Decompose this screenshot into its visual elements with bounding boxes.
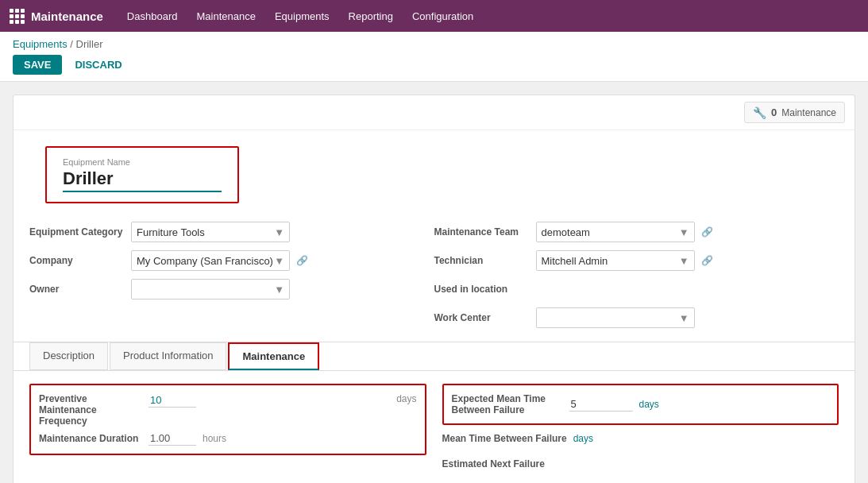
estimated-next-failure-row: Estimated Next Failure: [442, 458, 839, 469]
field-label-owner: Owner: [29, 284, 125, 295]
maintenance-grid: PreventiveMaintenanceFrequency days Main…: [29, 384, 839, 483]
breadcrumb: Equipments / Driller: [13, 38, 855, 50]
field-value-company: My Company (San Francisco) ▼ 🔗: [131, 250, 434, 271]
equipment-name-label: Equipment Name: [63, 157, 222, 167]
nav-maintenance[interactable]: Maintenance: [188, 6, 263, 27]
field-label-maintenance-team: Maintenance Team: [434, 226, 530, 238]
maintenance-team-dropdown[interactable]: demoteam ▼: [536, 222, 695, 242]
estimated-next-label: Estimated Next Failure: [442, 458, 554, 469]
field-label-work-center: Work Center: [434, 312, 530, 323]
maintenance-left: PreventiveMaintenanceFrequency days Main…: [29, 384, 426, 483]
fields-left: Equipment Category Furniture Tools ▼ Com…: [29, 221, 434, 329]
preventive-unit: days: [396, 393, 416, 404]
brand-title: Maintenance: [31, 10, 103, 23]
expected-mean-unit: days: [639, 399, 659, 410]
equipment-name-wrapper: Equipment Name: [14, 130, 854, 213]
preventive-value-row: [149, 393, 390, 408]
field-value-owner: ▼: [131, 279, 434, 299]
owner-dropdown[interactable]: ▼: [131, 279, 290, 299]
form-card: 🔧 0 Maintenance Equipment Name Equipment…: [13, 95, 855, 483]
maintenance-count: 0: [771, 106, 777, 118]
discard-button[interactable]: DISCARD: [67, 55, 129, 75]
maintenance-right: Expected Mean TimeBetween Failure days M…: [442, 384, 839, 483]
dropdown-arrow-icon: ▼: [679, 255, 689, 267]
field-owner: Owner ▼: [29, 278, 434, 300]
top-navigation: Maintenance Dashboard Maintenance Equipm…: [0, 0, 868, 32]
breadcrumb-current: Driller: [76, 38, 103, 50]
field-technician: Technician Mitchell Admin ▼ 🔗: [434, 249, 839, 272]
tab-description[interactable]: Description: [29, 342, 108, 370]
breadcrumb-area: Equipments / Driller SAVE DISCARD: [0, 32, 868, 82]
action-buttons: SAVE DISCARD: [13, 55, 855, 75]
dropdown-arrow-icon: ▼: [274, 226, 284, 238]
dropdown-arrow-icon: ▼: [679, 312, 689, 324]
work-center-dropdown[interactable]: ▼: [536, 307, 695, 328]
maintenance-label: Maintenance: [781, 107, 836, 118]
maintenance-team-value: demoteam: [542, 226, 590, 238]
field-value-maintenance-team: demoteam ▼ 🔗: [536, 222, 839, 242]
field-value-equipment-category: Furniture Tools ▼: [131, 222, 434, 242]
tabs-bar: Description Product Information Maintena…: [14, 342, 854, 371]
field-company: Company My Company (San Francisco) ▼ 🔗: [29, 249, 434, 272]
duration-unit: hours: [203, 433, 226, 444]
tab-product-information[interactable]: Product Information: [110, 342, 226, 370]
dropdown-arrow-icon: ▼: [679, 226, 689, 238]
dropdown-arrow-icon: ▼: [274, 255, 284, 267]
tab-content-maintenance: PreventiveMaintenanceFrequency days Main…: [14, 371, 854, 483]
expected-mean-input[interactable]: [569, 397, 633, 412]
field-label-used-in-location: Used in location: [434, 284, 530, 295]
field-equipment-category: Equipment Category Furniture Tools ▼: [29, 221, 434, 243]
nav-configuration[interactable]: Configuration: [404, 6, 481, 27]
equipment-name-section: Equipment Name: [45, 146, 239, 203]
card-header: 🔧 0 Maintenance: [14, 95, 854, 130]
equipment-category-dropdown[interactable]: Furniture Tools ▼: [131, 222, 290, 242]
breadcrumb-parent[interactable]: Equipments: [13, 38, 68, 50]
field-maintenance-team: Maintenance Team demoteam ▼ 🔗: [434, 221, 839, 243]
dropdown-arrow-icon: ▼: [274, 284, 284, 296]
technician-dropdown[interactable]: Mitchell Admin ▼: [536, 250, 695, 271]
technician-ext-link[interactable]: 🔗: [701, 255, 713, 266]
breadcrumb-separator: /: [70, 38, 75, 50]
technician-value: Mitchell Admin: [542, 255, 608, 267]
preventive-box: PreventiveMaintenanceFrequency days Main…: [29, 384, 426, 455]
mean-time-between-failure-row: Mean Time Between Failure days: [442, 433, 839, 444]
maintenance-count-button[interactable]: 🔧 0 Maintenance: [744, 102, 845, 123]
grid-icon: [10, 9, 25, 24]
save-button[interactable]: SAVE: [13, 55, 62, 75]
company-ext-link[interactable]: 🔗: [296, 255, 308, 266]
field-value-work-center: ▼: [536, 307, 839, 328]
equipment-category-value: Furniture Tools: [137, 226, 205, 238]
expected-mean-row: Expected Mean TimeBetween Failure days: [452, 393, 830, 415]
expected-mean-box: Expected Mean TimeBetween Failure days: [442, 384, 839, 425]
duration-input[interactable]: [149, 431, 196, 446]
mean-time-between-label: Mean Time Between Failure: [442, 433, 567, 444]
nav-equipments[interactable]: Equipments: [267, 6, 338, 27]
company-value: My Company (San Francisco): [137, 255, 273, 267]
field-value-technician: Mitchell Admin ▼ 🔗: [536, 250, 839, 271]
preventive-frequency-input[interactable]: [149, 393, 196, 408]
equipment-name-input[interactable]: [63, 168, 222, 192]
field-used-in-location: Used in location: [434, 278, 839, 300]
preventive-label: PreventiveMaintenanceFrequency: [39, 393, 142, 427]
field-work-center: Work Center ▼: [434, 307, 839, 329]
fields-right: Maintenance Team demoteam ▼ 🔗 Technician…: [434, 221, 839, 329]
field-label-technician: Technician: [434, 255, 530, 266]
main-content: 🔧 0 Maintenance Equipment Name Equipment…: [0, 82, 868, 483]
duration-label: Maintenance Duration: [39, 433, 142, 444]
preventive-frequency-row: PreventiveMaintenanceFrequency days: [39, 393, 417, 427]
fields-section: Equipment Category Furniture Tools ▼ Com…: [14, 213, 854, 342]
brand: Maintenance: [10, 9, 103, 24]
nav-dashboard[interactable]: Dashboard: [119, 6, 186, 27]
wrench-icon: 🔧: [753, 106, 766, 119]
duration-row: Maintenance Duration hours: [39, 431, 417, 446]
tab-maintenance[interactable]: Maintenance: [228, 342, 319, 370]
field-label-equipment-category: Equipment Category: [29, 226, 125, 238]
main-navigation: Dashboard Maintenance Equipments Reporti…: [119, 6, 481, 27]
maintenance-team-ext-link[interactable]: 🔗: [701, 226, 713, 238]
mean-time-between-value: days: [573, 433, 593, 444]
company-dropdown[interactable]: My Company (San Francisco) ▼: [131, 250, 290, 271]
field-label-company: Company: [29, 255, 125, 266]
expected-mean-label: Expected Mean TimeBetween Failure: [452, 393, 563, 415]
nav-reporting[interactable]: Reporting: [341, 6, 401, 27]
